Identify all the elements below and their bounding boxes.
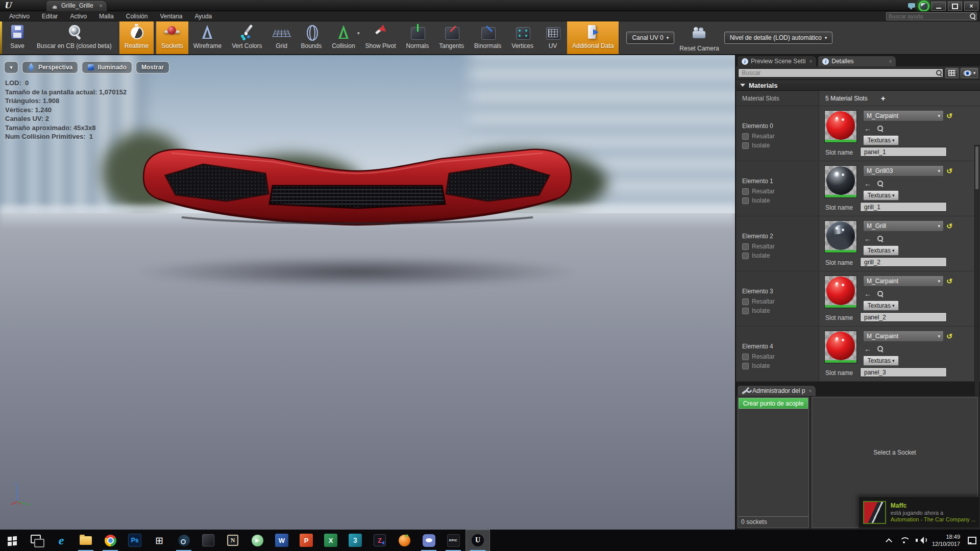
feedback-bubble-icon[interactable] bbox=[908, 3, 916, 10]
task-view-button[interactable] bbox=[24, 530, 49, 551]
find-in-browser-icon[interactable] bbox=[876, 125, 884, 133]
material-thumbnail[interactable] bbox=[824, 331, 857, 363]
taskbar-app-word[interactable]: W bbox=[270, 530, 294, 551]
texturas-dropdown[interactable]: Texturas▾ bbox=[863, 245, 899, 256]
browse-back-icon[interactable]: ← bbox=[864, 235, 871, 242]
resaltar-checkbox-row[interactable]: Resaltar bbox=[742, 243, 819, 250]
isolate-checkbox[interactable] bbox=[742, 253, 749, 259]
toolbar-button-realtime[interactable]: Realtime bbox=[119, 21, 154, 54]
tab-close-icon[interactable]: × bbox=[99, 3, 102, 9]
slot-name-input[interactable] bbox=[860, 367, 947, 377]
isolate-checkbox-row[interactable]: Isolate bbox=[742, 307, 819, 314]
taskbar-app-flstudio[interactable] bbox=[392, 530, 416, 551]
taskbar-app-edge[interactable]: e bbox=[49, 530, 74, 551]
toolbar-button-vertices[interactable]: Vertices bbox=[506, 21, 538, 54]
taskbar-app-unreal[interactable]: U bbox=[465, 530, 490, 551]
resaltar-checkbox-row[interactable]: Resaltar bbox=[742, 188, 819, 195]
asset-tab-grille[interactable]: Grille_Grille × bbox=[46, 0, 107, 11]
viewport-options-dropdown[interactable]: ▼ bbox=[4, 61, 18, 73]
isolate-checkbox-row[interactable]: Isolate bbox=[742, 362, 819, 369]
taskbar-app-powerpoint[interactable]: P bbox=[294, 530, 318, 551]
isolate-checkbox-row[interactable]: Isolate bbox=[742, 197, 819, 204]
taskbar-app-steam[interactable] bbox=[172, 530, 196, 551]
taskbar-clock[interactable]: 18:49 12/10/2017 bbox=[932, 533, 960, 547]
find-in-browser-icon[interactable] bbox=[876, 235, 884, 243]
reset-to-default-icon[interactable]: ↺ bbox=[946, 167, 952, 174]
taskbar-app-n-app[interactable]: N bbox=[220, 530, 245, 551]
reset-camera-button[interactable]: Reset Camera bbox=[679, 24, 719, 52]
toolbar-button-show-pivot[interactable]: Show Pivot bbox=[360, 21, 401, 54]
slot-name-input[interactable] bbox=[860, 257, 947, 267]
details-search-box[interactable] bbox=[738, 68, 943, 78]
resaltar-checkbox[interactable] bbox=[742, 298, 749, 305]
reset-to-default-icon[interactable]: ↺ bbox=[946, 222, 952, 230]
toolbar-button-buscar-en-cb-closed-beta[interactable]: Buscar en CB (closed beta) bbox=[32, 21, 117, 54]
close-icon[interactable]: × bbox=[809, 59, 812, 64]
minimize-button[interactable] bbox=[932, 2, 946, 11]
resaltar-checkbox[interactable] bbox=[742, 133, 749, 140]
tab-socket-manager[interactable]: Administrador del p × bbox=[737, 385, 816, 396]
reset-to-default-icon[interactable]: ↺ bbox=[946, 333, 952, 340]
steam-notification-toast[interactable]: Maffc está jugando ahora a Automation - … bbox=[859, 496, 980, 528]
taskbar-app-epic[interactable]: EPIC bbox=[441, 530, 465, 551]
material-thumbnail[interactable] bbox=[824, 220, 857, 253]
taskbar-app-dark-app[interactable] bbox=[196, 530, 220, 551]
browse-back-icon[interactable]: ← bbox=[864, 345, 871, 353]
tab-detalles[interactable]: Detalles × bbox=[818, 56, 896, 66]
isolate-checkbox[interactable] bbox=[742, 308, 749, 314]
slot-name-input[interactable] bbox=[860, 202, 947, 212]
viewport-3d[interactable]: ▼ Perspectiva Iluminado Mostrar LOD: 0Ta… bbox=[0, 55, 735, 530]
display-filter-button[interactable]: ▾ bbox=[961, 68, 978, 78]
volume-icon[interactable] bbox=[916, 536, 925, 544]
isolate-checkbox-row[interactable]: Isolate bbox=[742, 142, 819, 149]
material-thumbnail[interactable] bbox=[824, 165, 857, 198]
close-icon[interactable]: × bbox=[808, 388, 812, 394]
reset-to-default-icon[interactable]: ↺ bbox=[946, 112, 952, 119]
menu-item-colisi-n[interactable]: Colisión bbox=[120, 12, 154, 21]
taskbar-app-discord[interactable] bbox=[416, 530, 441, 551]
browse-back-icon[interactable]: ← bbox=[864, 290, 871, 297]
texturas-dropdown[interactable]: Texturas▾ bbox=[863, 135, 899, 145]
reset-to-default-icon[interactable]: ↺ bbox=[946, 278, 952, 285]
close-icon[interactable]: × bbox=[889, 59, 892, 64]
resaltar-checkbox[interactable] bbox=[742, 243, 749, 250]
taskbar-app-zapp[interactable]: Z bbox=[368, 530, 392, 551]
taskbar-app-excel[interactable]: X bbox=[318, 530, 343, 551]
resaltar-checkbox-row[interactable]: Resaltar bbox=[742, 298, 819, 305]
details-search-input[interactable] bbox=[739, 69, 935, 77]
help-search-box[interactable] bbox=[886, 12, 977, 20]
toolbar-button-uv[interactable]: UV bbox=[538, 21, 567, 54]
material-thumbnail[interactable] bbox=[824, 110, 857, 143]
toolbar-button-sockets[interactable]: Sockets bbox=[156, 21, 188, 54]
uv-channel-dropdown[interactable]: Canal UV 0 ▾ bbox=[626, 32, 674, 44]
find-in-browser-icon[interactable] bbox=[876, 180, 884, 188]
material-select-dropdown[interactable]: M_Grill03▾ bbox=[863, 165, 944, 177]
toolbar-button-tangents[interactable]: Tangents bbox=[434, 21, 469, 54]
toolbar-button-wireframe[interactable]: Wireframe bbox=[188, 21, 227, 54]
isolate-checkbox-row[interactable]: Isolate bbox=[742, 252, 819, 259]
add-material-slot-button[interactable]: + bbox=[881, 94, 886, 103]
toolbar-button-bounds[interactable]: Bounds bbox=[296, 21, 327, 54]
taskbar-app-max3ds[interactable]: 3 bbox=[343, 530, 368, 551]
texturas-dropdown[interactable]: Texturas▾ bbox=[863, 300, 899, 311]
resaltar-checkbox[interactable] bbox=[742, 354, 749, 360]
material-thumbnail[interactable] bbox=[824, 276, 857, 308]
material-select-dropdown[interactable]: M_Grill▾ bbox=[863, 220, 944, 232]
isolate-checkbox[interactable] bbox=[742, 197, 749, 204]
start-button[interactable] bbox=[0, 530, 24, 551]
material-select-dropdown[interactable]: M_Carpaint▾ bbox=[863, 110, 944, 121]
restore-button[interactable] bbox=[948, 2, 962, 11]
car-grille-mesh[interactable] bbox=[136, 141, 579, 231]
browse-back-icon[interactable]: ← bbox=[864, 180, 871, 187]
tray-overflow-icon[interactable] bbox=[885, 537, 892, 544]
lit-mode-button[interactable]: Iluminado bbox=[82, 61, 132, 73]
menu-item-archivo[interactable]: Archivo bbox=[3, 12, 36, 21]
toolbar-button-normals[interactable]: Normals bbox=[401, 21, 434, 54]
menu-item-ayuda[interactable]: Ayuda bbox=[188, 12, 218, 21]
menu-item-editar[interactable]: Editar bbox=[36, 12, 64, 21]
materials-section-header[interactable]: Materials bbox=[736, 80, 980, 91]
texturas-dropdown[interactable]: Texturas▾ bbox=[863, 190, 899, 201]
steam-overlay-status-icon[interactable] bbox=[918, 1, 929, 12]
isolate-checkbox[interactable] bbox=[742, 142, 749, 149]
texturas-dropdown[interactable]: Texturas▾ bbox=[863, 356, 899, 366]
